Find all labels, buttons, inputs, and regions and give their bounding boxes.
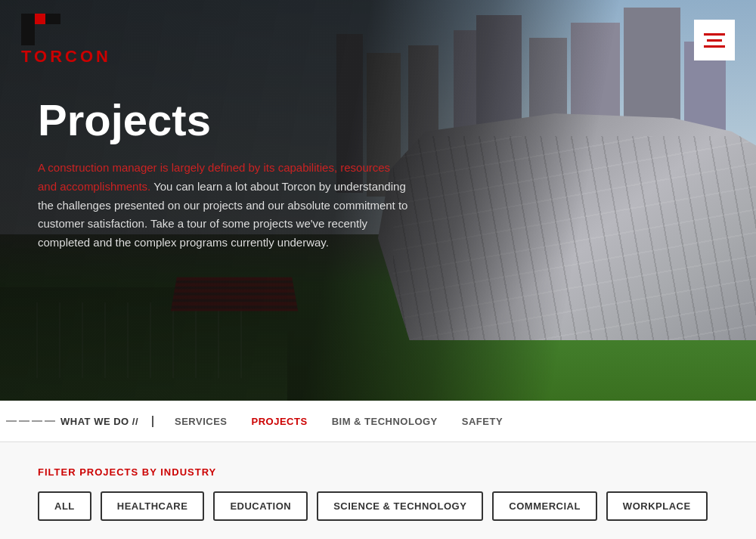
menu-icon-line1 — [704, 33, 725, 36]
nav-item-safety[interactable]: SAFETY — [462, 416, 503, 427]
nav-dash-1 — [6, 420, 17, 422]
filter-btn-education[interactable]: EDUCATION — [213, 491, 308, 521]
filter-label: FILTER PROJECTS BY INDUSTRY — [38, 466, 718, 478]
brand-name: TORCON — [21, 47, 111, 67]
menu-icon-line3 — [704, 45, 725, 48]
svg-rect-1 — [21, 14, 35, 45]
nav-bar: WHAT WE DO // SERVICES PROJECTS BIM & TE… — [0, 401, 756, 442]
nav-dashes — [0, 420, 55, 422]
nav-item-bim-technology[interactable]: BIM & TECHNOLOGY — [332, 416, 438, 427]
hero-content: Projects A construction manager is large… — [38, 98, 408, 252]
nav-item-projects[interactable]: PROJECTS — [252, 416, 308, 427]
nav-dash-4 — [45, 420, 55, 422]
filter-btn-workplace[interactable]: WORKPLACE — [606, 491, 708, 521]
filter-btn-science-technology[interactable]: SCIENCE & TECHNOLOGY — [317, 491, 483, 521]
logo[interactable]: TORCON — [21, 14, 111, 67]
hero-description: A construction manager is largely define… — [38, 159, 408, 252]
page-title: Projects — [38, 98, 408, 142]
svg-rect-2 — [35, 14, 45, 24]
menu-icon-line2 — [707, 39, 722, 42]
menu-button[interactable] — [694, 20, 735, 60]
filter-buttons: ALL HEALTHCARE EDUCATION SCIENCE & TECHN… — [38, 491, 718, 521]
torcon-logo-icon — [21, 14, 60, 45]
nav-what-we-do[interactable]: WHAT WE DO // — [60, 416, 153, 427]
nav-dash-3 — [32, 420, 42, 422]
nav-item-services[interactable]: SERVICES — [175, 416, 228, 427]
nav-what-we-do-label: WHAT WE DO // — [60, 416, 138, 427]
nav-dash-2 — [19, 420, 29, 422]
header: TORCON — [0, 0, 756, 80]
filter-btn-all[interactable]: ALL — [38, 491, 91, 521]
filter-section: FILTER PROJECTS BY INDUSTRY ALL HEALTHCA… — [0, 442, 756, 539]
nav-items: SERVICES PROJECTS BIM & TECHNOLOGY SAFET… — [175, 416, 503, 427]
filter-btn-healthcare[interactable]: HEALTHCARE — [101, 491, 205, 521]
filter-btn-commercial[interactable]: COMMERCIAL — [492, 491, 597, 521]
